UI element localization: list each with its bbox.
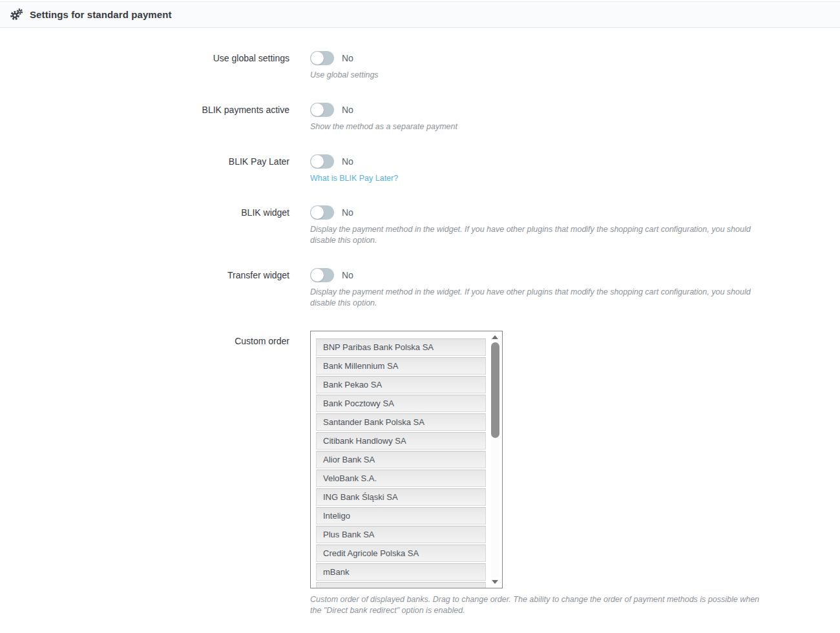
form-row-use-global-settings: Use global settings No Use global settin… xyxy=(0,51,840,81)
bank-items: BNP Paribas Bank Polska SA Bank Millenni… xyxy=(311,331,502,588)
list-item[interactable]: Bank Pocztowy SA xyxy=(316,395,486,412)
switch-line: No xyxy=(310,103,457,117)
use-global-settings-hint: Use global settings xyxy=(310,70,379,81)
use-global-settings-toggle-value: No xyxy=(342,53,353,63)
transfer-widget-toggle[interactable] xyxy=(310,268,334,282)
blik-widget-toggle-value: No xyxy=(342,207,353,218)
scroll-down-arrow-icon[interactable] xyxy=(492,580,498,584)
list-item[interactable]: Santander Bank Polska SA xyxy=(316,413,486,431)
panel-title: Settings for standard payment xyxy=(30,9,172,20)
custom-order-hint: Custom order of displayed banks. Drag to… xyxy=(310,594,762,616)
list-item-partial[interactable] xyxy=(316,582,486,588)
panel-header: Settings for standard payment xyxy=(0,1,840,28)
gears-icon xyxy=(10,8,23,21)
list-item[interactable]: mBank xyxy=(316,563,486,581)
toggle-knob-icon xyxy=(311,155,324,168)
list-item[interactable]: Inteligo xyxy=(316,507,486,524)
use-global-settings-label: Use global settings xyxy=(0,51,289,65)
blik-pay-later-toggle-value: No xyxy=(342,156,353,167)
form-row-transfer-widget: Transfer widget No Display the payment m… xyxy=(0,268,840,309)
scroll-up-arrow-icon[interactable] xyxy=(492,335,498,339)
blik-payments-active-control: No Show the method as a separate payment xyxy=(310,103,457,132)
blik-widget-toggle[interactable] xyxy=(310,205,334,220)
blik-payments-active-toggle-value: No xyxy=(342,105,353,115)
blik-widget-hint: Display the payment method in the widget… xyxy=(310,224,762,246)
switch-line: No xyxy=(310,205,762,220)
list-scrollbar[interactable] xyxy=(490,333,500,586)
list-item[interactable]: Plus Bank SA xyxy=(316,526,486,543)
list-item[interactable]: Citibank Handlowy SA xyxy=(316,432,486,450)
transfer-widget-toggle-value: No xyxy=(342,270,353,280)
toggle-knob-icon xyxy=(311,103,324,116)
form-row-blik-payments-active: BLIK payments active No Show the method … xyxy=(0,103,840,132)
list-item[interactable]: BNP Paribas Bank Polska SA xyxy=(316,338,486,356)
form-row-blik-widget: BLIK widget No Display the payment metho… xyxy=(0,205,840,246)
blik-pay-later-link[interactable]: What is BLIK Pay Later? xyxy=(310,174,398,183)
blik-payments-active-label: BLIK payments active xyxy=(0,103,289,117)
blik-payments-active-toggle[interactable] xyxy=(310,103,334,117)
blik-pay-later-control: No What is BLIK Pay Later? xyxy=(310,154,398,183)
transfer-widget-label: Transfer widget xyxy=(0,268,289,282)
list-item[interactable]: Bank Millennium SA xyxy=(316,357,486,375)
blik-widget-label: BLIK widget xyxy=(0,205,289,220)
blik-pay-later-label: BLIK Pay Later xyxy=(0,154,289,169)
blik-pay-later-toggle[interactable] xyxy=(310,154,334,169)
custom-order-label: Custom order xyxy=(0,331,289,348)
custom-order-list: BNP Paribas Bank Polska SA Bank Millenni… xyxy=(310,331,503,588)
list-item[interactable]: Bank Pekao SA xyxy=(316,376,486,393)
custom-order-control: BNP Paribas Bank Polska SA Bank Millenni… xyxy=(310,331,762,616)
use-global-settings-control: No Use global settings xyxy=(310,51,379,81)
toggle-knob-icon xyxy=(311,206,324,219)
toggle-knob-icon xyxy=(311,52,324,65)
list-item[interactable]: ING Bank Śląski SA xyxy=(316,488,486,506)
use-global-settings-toggle[interactable] xyxy=(310,51,334,65)
settings-panel: Settings for standard payment Use global… xyxy=(0,0,840,633)
toggle-knob-icon xyxy=(311,269,324,282)
list-item[interactable]: Credit Agricole Polska SA xyxy=(316,545,486,562)
blik-payments-active-hint: Show the method as a separate payment xyxy=(310,121,457,132)
switch-line: No xyxy=(310,51,379,65)
transfer-widget-control: No Display the payment method in the wid… xyxy=(310,268,762,309)
scrollbar-track[interactable] xyxy=(491,342,499,577)
switch-line: No xyxy=(310,154,398,169)
list-item[interactable]: Alior Bank SA xyxy=(316,451,486,468)
blik-widget-control: No Display the payment method in the wid… xyxy=(310,205,762,246)
form-row-custom-order: Custom order BNP Paribas Bank Polska SA … xyxy=(0,331,840,616)
settings-form: Use global settings No Use global settin… xyxy=(0,28,840,616)
transfer-widget-hint: Display the payment method in the widget… xyxy=(310,287,762,309)
switch-line: No xyxy=(310,268,762,282)
form-row-blik-pay-later: BLIK Pay Later No What is BLIK Pay Later… xyxy=(0,154,840,183)
list-item[interactable]: VeloBank S.A. xyxy=(316,470,486,487)
scrollbar-thumb[interactable] xyxy=(491,342,499,438)
